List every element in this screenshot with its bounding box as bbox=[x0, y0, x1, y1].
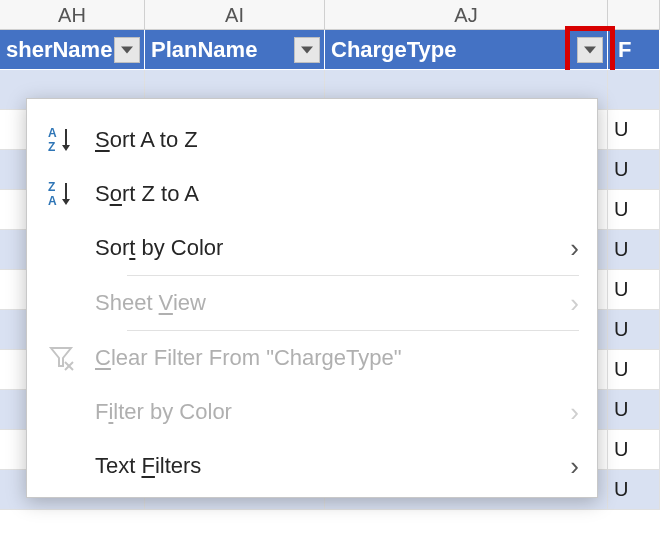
autofilter-menu: A Z Sort A to Z Z A Sort Z to A Sort by … bbox=[26, 98, 598, 498]
header-label: ChargeType bbox=[331, 37, 457, 63]
chevron-right-icon: › bbox=[570, 288, 579, 319]
filter-button-chargetype[interactable] bbox=[577, 37, 603, 63]
header-label: sherName bbox=[6, 37, 112, 63]
cell[interactable]: U bbox=[608, 390, 660, 429]
menu-sort-az[interactable]: A Z Sort A to Z bbox=[27, 113, 597, 167]
menu-label: Sheet View bbox=[95, 290, 570, 316]
svg-text:A: A bbox=[48, 126, 57, 140]
chevron-down-icon bbox=[301, 44, 313, 56]
header-cell-shername[interactable]: sherName bbox=[0, 30, 145, 69]
chevron-down-icon bbox=[121, 44, 133, 56]
menu-sheet-view: Sheet View › bbox=[27, 276, 597, 330]
menu-sort-za[interactable]: Z A Sort Z to A bbox=[27, 167, 597, 221]
cell[interactable]: U bbox=[608, 350, 660, 389]
header-label: PlanName bbox=[151, 37, 257, 63]
menu-filter-by-color: Filter by Color › bbox=[27, 385, 597, 439]
chevron-right-icon: › bbox=[570, 233, 579, 264]
sort-za-icon: Z A bbox=[27, 179, 95, 209]
col-letter-ah[interactable]: AH bbox=[0, 0, 145, 29]
col-letter-ai[interactable]: AI bbox=[145, 0, 325, 29]
menu-sort-by-color[interactable]: Sort by Color › bbox=[27, 221, 597, 275]
menu-label: Filter by Color bbox=[95, 399, 570, 425]
menu-label: Sort Z to A bbox=[95, 181, 579, 207]
header-label: F bbox=[618, 37, 631, 63]
menu-label: Text Filters bbox=[95, 453, 570, 479]
chevron-right-icon: › bbox=[570, 451, 579, 482]
menu-label: Clear Filter From "ChargeType" bbox=[95, 345, 579, 371]
menu-clear-filter: Clear Filter From "ChargeType" bbox=[27, 331, 597, 385]
cell[interactable]: U bbox=[608, 150, 660, 189]
header-cell-planname[interactable]: PlanName bbox=[145, 30, 325, 69]
cell[interactable]: U bbox=[608, 110, 660, 149]
filter-button-shername[interactable] bbox=[114, 37, 140, 63]
cell[interactable]: U bbox=[608, 190, 660, 229]
cell[interactable]: U bbox=[608, 270, 660, 309]
menu-label: Sort by Color bbox=[95, 235, 570, 261]
clear-filter-icon bbox=[27, 344, 95, 372]
table-header-row: sherName PlanName ChargeType F bbox=[0, 30, 660, 70]
cell[interactable] bbox=[608, 70, 660, 109]
chevron-down-icon bbox=[584, 44, 596, 56]
cell[interactable]: U bbox=[608, 430, 660, 469]
svg-text:Z: Z bbox=[48, 180, 55, 194]
header-cell-chargetype[interactable]: ChargeType bbox=[325, 30, 608, 69]
cell[interactable]: U bbox=[608, 230, 660, 269]
col-letter-ak[interactable] bbox=[608, 0, 660, 29]
filter-button-planname[interactable] bbox=[294, 37, 320, 63]
menu-text-filters[interactable]: Text Filters › bbox=[27, 439, 597, 493]
svg-text:Z: Z bbox=[48, 140, 55, 154]
chevron-right-icon: › bbox=[570, 397, 579, 428]
svg-text:A: A bbox=[48, 194, 57, 208]
col-letter-aj[interactable]: AJ bbox=[325, 0, 608, 29]
cell[interactable]: U bbox=[608, 470, 660, 509]
menu-label: Sort A to Z bbox=[95, 127, 579, 153]
sort-az-icon: A Z bbox=[27, 125, 95, 155]
cell[interactable]: U bbox=[608, 310, 660, 349]
column-letters-bar: AH AI AJ bbox=[0, 0, 660, 30]
header-cell-next[interactable]: F bbox=[608, 30, 660, 69]
